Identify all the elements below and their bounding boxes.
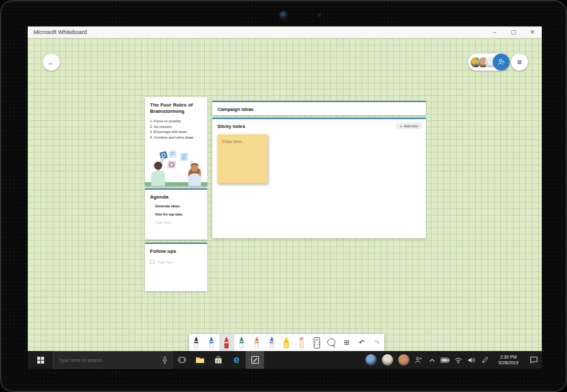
action-center-button[interactable] xyxy=(525,351,542,369)
rule-item: 3. Encourage wild ideas xyxy=(150,129,202,135)
task-view-icon xyxy=(178,356,186,364)
card-title: Campaign Ideas xyxy=(212,102,426,112)
wifi-icon xyxy=(454,357,462,364)
start-button[interactable] xyxy=(28,351,53,369)
window-title: Microsoft Whiteboard xyxy=(28,29,87,35)
taskbar-contact-avatar[interactable] xyxy=(382,354,393,366)
whiteboard-canvas[interactable]: ← ≡ xyxy=(28,38,542,351)
battery-status[interactable] xyxy=(438,351,452,369)
screen: Microsoft Whiteboard – ▢ ✕ ← xyxy=(28,26,542,369)
tool-highlighter[interactable] xyxy=(279,334,294,351)
undo-icon: ↶ xyxy=(359,338,365,347)
windows-logo-icon xyxy=(37,357,44,364)
card-title: The Four Rules of Brainstorming xyxy=(145,97,207,114)
plus-icon: + xyxy=(400,124,402,128)
rule-item: 4. Combine and refine ideas xyxy=(150,135,202,141)
back-arrow-icon: ← xyxy=(48,58,55,67)
clock-date: 5/28/2019 xyxy=(491,360,525,366)
tablet-device: Microsoft Whiteboard – ▢ ✕ ← xyxy=(0,0,567,392)
eraser-icon xyxy=(297,336,306,349)
tool-insert-grid[interactable]: ⊞ xyxy=(339,334,354,351)
light-sensor xyxy=(318,13,321,17)
folder-icon xyxy=(195,356,205,364)
tool-pen-galaxy[interactable] xyxy=(264,334,279,351)
ink-pen-icon xyxy=(481,356,489,364)
invite-button[interactable] xyxy=(493,54,510,71)
taskbar-clock[interactable]: 2:30 PM 5/28/2019 xyxy=(491,354,525,366)
brainstorming-illustration xyxy=(145,147,207,186)
people-icon xyxy=(415,356,423,364)
bullet: - xyxy=(150,221,155,224)
agenda-input[interactable]: - Type here... xyxy=(145,221,207,224)
tool-pen-red[interactable] xyxy=(219,334,234,351)
tool-redo[interactable]: ↷ xyxy=(369,334,384,351)
file-explorer-button[interactable] xyxy=(191,351,209,369)
tool-pen-teal[interactable] xyxy=(234,334,249,351)
notification-icon xyxy=(530,356,538,364)
follow-up-input[interactable]: Type here... xyxy=(145,260,207,264)
insert-grid-icon: ⊞ xyxy=(344,338,350,347)
taskbar-search[interactable] xyxy=(53,351,173,369)
front-camera xyxy=(279,11,289,20)
volume-control[interactable] xyxy=(465,351,478,369)
pen-orange-icon xyxy=(253,336,261,349)
taskbar-contact-avatar[interactable] xyxy=(398,354,410,366)
add-note-button[interactable]: + Add note xyxy=(396,123,422,129)
tool-pen-orange[interactable] xyxy=(249,334,264,351)
edge-button[interactable]: e xyxy=(227,351,246,369)
people-bar-button[interactable] xyxy=(412,351,425,369)
pen-blue-icon xyxy=(207,336,215,349)
rules-list: 1. Focus on quantity 2. No criticism 3. … xyxy=(145,114,207,140)
card-sticky-notes[interactable]: Sticky notes + Add note Draw here... xyxy=(212,118,426,238)
task-view-button[interactable] xyxy=(173,351,191,369)
close-button[interactable]: ✕ xyxy=(523,26,542,38)
tool-lasso-select[interactable] xyxy=(324,334,340,351)
tool-eraser[interactable] xyxy=(294,334,309,351)
window-controls: – ▢ ✕ xyxy=(485,26,542,38)
show-hidden-icons-button[interactable] xyxy=(425,351,438,369)
battery-icon xyxy=(440,357,450,363)
redo-icon: ↷ xyxy=(374,338,379,347)
card-agenda[interactable]: Agenda - Generate ideas - Vote for top i… xyxy=(145,188,207,239)
lasso-icon xyxy=(326,337,337,349)
card-title: Follow ups xyxy=(145,244,207,254)
microphone-icon[interactable] xyxy=(162,356,168,364)
ruler-icon xyxy=(312,337,321,349)
windows-ink-workspace-button[interactable] xyxy=(478,351,491,369)
highlighter-icon xyxy=(282,336,290,349)
whiteboard-app-button[interactable] xyxy=(246,351,264,369)
card-title: Sticky notes xyxy=(217,124,245,129)
pen-black-icon xyxy=(192,336,200,349)
chevron-up-icon xyxy=(429,358,435,362)
menu-button[interactable]: ≡ xyxy=(511,54,528,71)
back-button[interactable]: ← xyxy=(43,54,60,71)
tool-pen-black[interactable] xyxy=(189,334,204,351)
tool-undo[interactable]: ↶ xyxy=(354,334,369,351)
pen-galaxy-icon xyxy=(268,336,276,349)
maximize-button[interactable]: ▢ xyxy=(504,26,523,38)
checkbox[interactable] xyxy=(150,260,154,264)
network-status[interactable] xyxy=(452,351,465,369)
speaker-icon xyxy=(467,357,476,364)
presence-pill[interactable] xyxy=(468,54,510,71)
card-four-rules[interactable]: The Four Rules of Brainstorming 1. Focus… xyxy=(145,97,207,186)
card-follow-ups[interactable]: Follow ups Type here... xyxy=(145,243,207,291)
tool-ruler[interactable] xyxy=(309,334,324,351)
participant-avatars xyxy=(468,57,493,68)
edge-icon: e xyxy=(234,355,239,365)
whiteboard-app-icon xyxy=(251,355,260,364)
sticky-note[interactable]: Draw here... xyxy=(217,134,268,183)
window-titlebar: Microsoft Whiteboard – ▢ ✕ xyxy=(28,26,542,38)
card-title: Agenda xyxy=(145,190,207,200)
tool-pen-blue[interactable] xyxy=(204,334,219,351)
hamburger-icon: ≡ xyxy=(517,57,522,67)
rule-item: 2. No criticism xyxy=(150,124,202,130)
pen-teal-icon xyxy=(238,336,246,349)
minimize-button[interactable]: – xyxy=(485,26,504,38)
microsoft-store-button[interactable] xyxy=(209,351,227,369)
card-campaign-ideas[interactable]: Campaign Ideas xyxy=(212,101,426,115)
taskbar-contact-avatar[interactable] xyxy=(365,354,377,366)
agenda-item: - Generate ideas xyxy=(145,204,207,208)
rule-item: 1. Focus on quantity xyxy=(150,118,202,124)
search-input[interactable] xyxy=(58,357,162,363)
